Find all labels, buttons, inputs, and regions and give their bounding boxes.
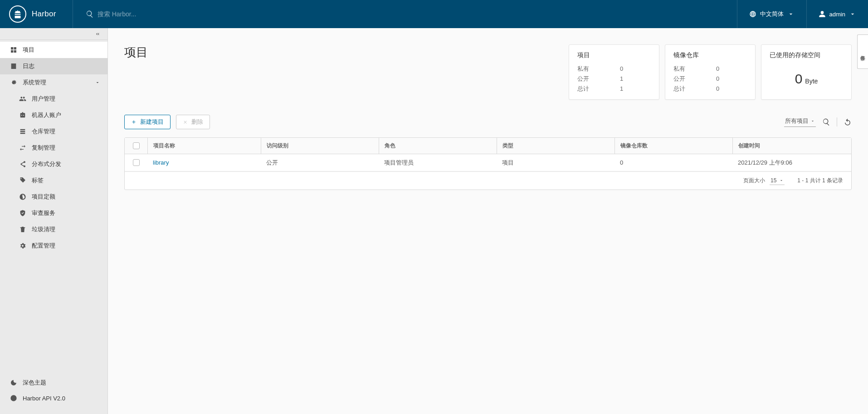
- page-size: 页面大小 15: [743, 176, 785, 185]
- replication-icon: [19, 144, 26, 151]
- administration-icon: [10, 79, 17, 86]
- refresh-icon[interactable]: [844, 118, 852, 126]
- sidebar-item-gc[interactable]: 垃圾清理: [0, 221, 107, 238]
- storage-unit: Byte: [805, 73, 818, 85]
- user-name: admin: [829, 11, 845, 18]
- sidebar-item-label: 深色主题: [23, 379, 46, 387]
- chevron-down-icon: [95, 80, 100, 85]
- users-icon: [19, 95, 26, 102]
- user-icon: [819, 10, 826, 18]
- moon-icon: [10, 379, 17, 386]
- sidebar-item-configuration[interactable]: 配置管理: [0, 238, 107, 254]
- project-filter-dropdown[interactable]: 所有项目: [784, 117, 816, 127]
- search-icon[interactable]: [822, 118, 830, 126]
- registry-icon: [19, 128, 26, 135]
- brand-name: Harbor: [32, 10, 56, 19]
- main-content: 项目 项目 私有0 公开1 总计1 镜像仓库 私有0 公开0 总计0 已使用的存…: [108, 28, 868, 414]
- col-created[interactable]: 创建时间: [732, 138, 851, 154]
- sidebar-item-label: 仓库管理: [32, 127, 55, 136]
- sidebar-item-labels[interactable]: 标签: [0, 172, 107, 189]
- card-title: 已使用的存储空间: [770, 51, 843, 59]
- card-title: 镜像仓库: [673, 51, 747, 59]
- table-footer: 页面大小 15 1 - 1 共计 1 条记录: [125, 171, 851, 190]
- sidebar-item-quotas[interactable]: 项目定额: [0, 189, 107, 205]
- page-size-label: 页面大小: [743, 177, 765, 185]
- sidebar-item-replication[interactable]: 复制管理: [0, 140, 107, 156]
- sidebar-item-label: 机器人账户: [32, 111, 61, 119]
- close-icon: [183, 120, 188, 125]
- chevron-down-icon: [849, 10, 856, 18]
- api-icon: [10, 395, 17, 402]
- brand[interactable]: Harbor: [0, 0, 73, 28]
- col-repo[interactable]: 镜像仓库数: [614, 138, 732, 154]
- sidebar-item-label: 分布式分发: [32, 160, 61, 168]
- search-input[interactable]: [94, 8, 239, 20]
- collapse-sidebar-button[interactable]: [0, 28, 107, 40]
- sidebar-item-users[interactable]: 用户管理: [0, 91, 107, 107]
- storage-value: 0: [795, 71, 803, 87]
- cell-access: 公开: [261, 159, 379, 167]
- projects-table: 项目名称 访问级别 角色 类型 镜像仓库数 创建时间 library 公开 项目…: [124, 137, 852, 190]
- language-switcher[interactable]: 中文简体: [737, 0, 806, 28]
- double-chevron-left-icon: [94, 31, 101, 37]
- col-role[interactable]: 角色: [379, 138, 497, 154]
- sidebar-item-projects[interactable]: 项目: [0, 42, 107, 58]
- table-row[interactable]: library 公开 项目管理员 项目 0 2021/12/29 上午9:06: [125, 154, 851, 171]
- search-icon: [86, 10, 94, 18]
- sidebar-item-label: 项目定额: [32, 193, 55, 201]
- sidebar-item-api[interactable]: Harbor API V2.0: [0, 390, 107, 406]
- chevron-down-icon: [810, 119, 815, 123]
- sidebar-item-logs[interactable]: 日志: [0, 58, 107, 74]
- user-menu[interactable]: admin: [806, 0, 868, 28]
- sidebar-item-label: 配置管理: [32, 242, 55, 250]
- row-checkbox[interactable]: [133, 159, 140, 166]
- sidebar-item-label: 审查服务: [32, 209, 55, 217]
- sidebar-item-interrogation[interactable]: 审查服务: [0, 205, 107, 221]
- sidebar-bottom: 深色主题 Harbor API V2.0: [0, 372, 107, 414]
- col-name[interactable]: 项目名称: [147, 138, 261, 154]
- project-link[interactable]: library: [153, 159, 169, 166]
- sidebar-item-distribution[interactable]: 分布式分发: [0, 156, 107, 172]
- summary-card-projects: 项目 私有0 公开1 总计1: [569, 44, 659, 100]
- page-size-select[interactable]: 15: [770, 176, 785, 185]
- robot-icon: [19, 112, 26, 119]
- cell-created: 2021/12/29 上午9:06: [732, 159, 851, 167]
- sidebar-item-robots[interactable]: 机器人账户: [0, 107, 107, 123]
- delete-button[interactable]: 删除: [176, 115, 210, 129]
- sidebar-item-registries[interactable]: 仓库管理: [0, 123, 107, 140]
- projects-icon: [10, 46, 17, 54]
- global-search[interactable]: [73, 0, 737, 28]
- topbar: Harbor 中文简体 admin: [0, 0, 868, 28]
- new-project-button[interactable]: 新建项目: [124, 115, 171, 129]
- toolbar-right: 所有项目: [784, 117, 852, 127]
- quota-icon: [19, 193, 26, 200]
- sidebar-item-label: 垃圾清理: [32, 225, 55, 234]
- sidebar-item-dark-theme[interactable]: 深色主题: [0, 375, 107, 390]
- shield-check-icon: [19, 209, 26, 217]
- summary-card-storage: 已使用的存储空间 0 Byte: [761, 44, 852, 100]
- col-access[interactable]: 访问级别: [261, 138, 379, 154]
- event-drawer-toggle[interactable]: 任务事件: [857, 34, 868, 69]
- summary-cards: 项目 私有0 公开1 总计1 镜像仓库 私有0 公开0 总计0 已使用的存储空间…: [569, 44, 852, 100]
- sidebar-item-label: 标签: [32, 176, 44, 185]
- sidebar-nav: 项目 日志 系统管理 用户管理: [0, 40, 107, 372]
- button-label: 新建项目: [140, 118, 164, 126]
- sidebar-item-label: 项目: [23, 46, 34, 54]
- globe-icon: [749, 10, 756, 18]
- chevron-down-icon: [779, 178, 784, 183]
- gear-icon: [19, 242, 26, 249]
- sidebar: 项目 日志 系统管理 用户管理: [0, 28, 108, 414]
- button-label: 删除: [191, 118, 203, 126]
- cell-repo: 0: [614, 159, 732, 166]
- select-all-checkbox[interactable]: [133, 142, 140, 149]
- table-header: 项目名称 访问级别 角色 类型 镜像仓库数 创建时间: [125, 138, 851, 154]
- share-icon: [19, 161, 26, 168]
- sidebar-item-administration[interactable]: 系统管理: [0, 74, 107, 91]
- card-title: 项目: [577, 51, 651, 59]
- col-type[interactable]: 类型: [497, 138, 614, 154]
- tag-icon: [19, 177, 26, 184]
- sidebar-item-label: 复制管理: [32, 144, 55, 152]
- chevron-down-icon: [787, 10, 795, 18]
- toolbar: 新建项目 删除 所有项目: [124, 115, 852, 129]
- summary-card-repos: 镜像仓库 私有0 公开0 总计0: [665, 44, 756, 100]
